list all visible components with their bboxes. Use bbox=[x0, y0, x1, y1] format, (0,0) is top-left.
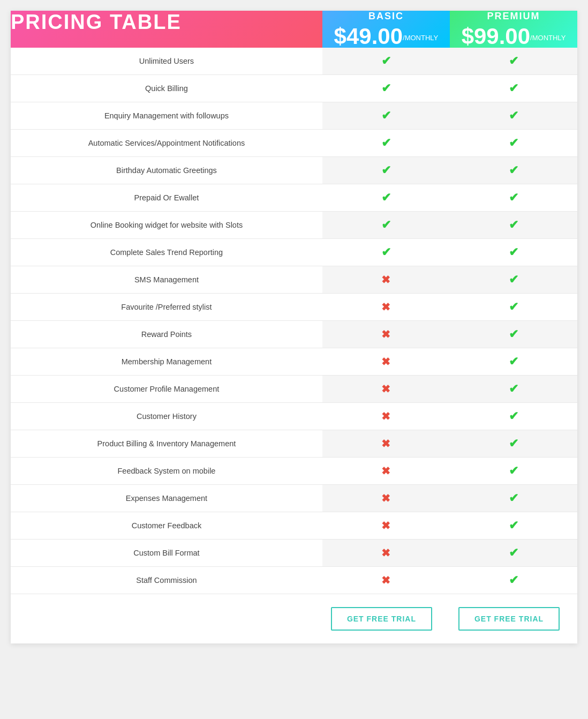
basic-price-amount: $49.00 bbox=[334, 24, 403, 49]
premium-feature-value: ✔ bbox=[450, 130, 577, 157]
feature-name: Staff Commission bbox=[11, 567, 322, 594]
cross-icon: ✖ bbox=[381, 328, 390, 340]
premium-plan-price: $99.00/MONTHLY bbox=[450, 25, 577, 48]
feature-name: Enquiry Management with followups bbox=[11, 102, 322, 130]
feature-name: Customer Profile Management bbox=[11, 376, 322, 403]
check-icon: ✔ bbox=[509, 437, 518, 450]
check-icon: ✔ bbox=[509, 409, 518, 423]
table-row: Customer Profile Management✖✔ bbox=[11, 376, 577, 403]
basic-plan-price: $49.00/MONTHLY bbox=[322, 25, 450, 48]
check-icon: ✔ bbox=[509, 573, 518, 587]
check-icon: ✔ bbox=[509, 519, 518, 532]
table-row: Reward Points✖✔ bbox=[11, 321, 577, 348]
check-icon: ✔ bbox=[509, 273, 518, 286]
check-icon: ✔ bbox=[381, 136, 391, 149]
premium-feature-value: ✔ bbox=[450, 512, 577, 540]
basic-feature-value: ✖ bbox=[322, 348, 450, 376]
premium-feature-value: ✔ bbox=[450, 266, 577, 294]
check-icon: ✔ bbox=[509, 382, 518, 395]
feature-name: Product Billing & Inventory Management bbox=[11, 430, 322, 458]
cross-icon: ✖ bbox=[381, 410, 390, 422]
check-icon: ✔ bbox=[509, 54, 518, 68]
check-icon: ✔ bbox=[509, 491, 518, 505]
table-row: Birthday Automatic Greetings✔✔ bbox=[11, 157, 577, 184]
check-icon: ✔ bbox=[509, 327, 518, 341]
premium-feature-value: ✔ bbox=[450, 212, 577, 239]
feature-name: Expenses Management bbox=[11, 485, 322, 512]
basic-free-trial-button[interactable]: GET FREE TRIAL bbox=[331, 607, 432, 631]
cross-icon: ✖ bbox=[381, 492, 390, 504]
feature-name: Complete Sales Trend Reporting bbox=[11, 239, 322, 266]
table-row: Membership Management✖✔ bbox=[11, 348, 577, 376]
basic-feature-value: ✔ bbox=[322, 130, 450, 157]
premium-feature-value: ✔ bbox=[450, 321, 577, 348]
feature-name: Favourite /Preferred stylist bbox=[11, 294, 322, 321]
premium-feature-value: ✔ bbox=[450, 184, 577, 212]
basic-cta-cell: GET FREE TRIAL bbox=[322, 594, 450, 644]
basic-feature-value: ✖ bbox=[322, 403, 450, 430]
feature-name: Quick Billing bbox=[11, 75, 322, 102]
premium-price-amount: $99.00 bbox=[462, 24, 530, 49]
basic-feature-value: ✖ bbox=[322, 266, 450, 294]
feature-name: Feedback System on mobile bbox=[11, 458, 322, 485]
pricing-table: PRICING TABLE BASIC $49.00/MONTHLY PREMI… bbox=[11, 11, 577, 643]
cross-icon: ✖ bbox=[381, 547, 390, 559]
premium-plan-name: PREMIUM bbox=[450, 11, 577, 22]
check-icon: ✔ bbox=[509, 109, 518, 122]
feature-name: Unlimited Users bbox=[11, 48, 322, 75]
feature-name: Birthday Automatic Greetings bbox=[11, 157, 322, 184]
basic-feature-value: ✔ bbox=[322, 239, 450, 266]
basic-feature-value: ✖ bbox=[322, 567, 450, 594]
feature-name: Prepaid Or Ewallet bbox=[11, 184, 322, 212]
premium-feature-value: ✔ bbox=[450, 540, 577, 567]
feature-name: Customer Feedback bbox=[11, 512, 322, 540]
premium-feature-value: ✔ bbox=[450, 294, 577, 321]
table-row: Unlimited Users✔✔ bbox=[11, 48, 577, 75]
table-row: Complete Sales Trend Reporting✔✔ bbox=[11, 239, 577, 266]
check-icon: ✔ bbox=[509, 136, 518, 149]
feature-name: Reward Points bbox=[11, 321, 322, 348]
basic-feature-value: ✔ bbox=[322, 48, 450, 75]
table-row: Custom Bill Format✖✔ bbox=[11, 540, 577, 567]
check-icon: ✔ bbox=[509, 546, 518, 559]
premium-feature-value: ✔ bbox=[450, 485, 577, 512]
check-icon: ✔ bbox=[509, 300, 518, 313]
check-icon: ✔ bbox=[509, 81, 518, 95]
table-row: Customer History✖✔ bbox=[11, 403, 577, 430]
table-row: Customer Feedback✖✔ bbox=[11, 512, 577, 540]
premium-feature-value: ✔ bbox=[450, 75, 577, 102]
check-icon: ✔ bbox=[381, 54, 391, 68]
basic-feature-value: ✖ bbox=[322, 540, 450, 567]
table-row: Automatic Services/Appointment Notificat… bbox=[11, 130, 577, 157]
basic-feature-value: ✔ bbox=[322, 184, 450, 212]
cross-icon: ✖ bbox=[381, 574, 390, 586]
basic-feature-value: ✔ bbox=[322, 212, 450, 239]
check-icon: ✔ bbox=[509, 191, 518, 204]
check-icon: ✔ bbox=[381, 191, 391, 204]
premium-feature-value: ✔ bbox=[450, 102, 577, 130]
table-header-title: PRICING TABLE bbox=[11, 11, 322, 48]
premium-feature-value: ✔ bbox=[450, 239, 577, 266]
cross-icon: ✖ bbox=[381, 465, 390, 477]
check-icon: ✔ bbox=[509, 355, 518, 368]
basic-feature-value: ✖ bbox=[322, 430, 450, 458]
basic-feature-value: ✔ bbox=[322, 75, 450, 102]
premium-plan-header: PREMIUM $99.00/MONTHLY bbox=[450, 11, 577, 48]
table-row: Enquiry Management with followups✔✔ bbox=[11, 102, 577, 130]
check-icon: ✔ bbox=[381, 245, 391, 259]
cross-icon: ✖ bbox=[381, 383, 390, 395]
premium-feature-value: ✔ bbox=[450, 48, 577, 75]
premium-cta-cell: GET FREE TRIAL bbox=[450, 594, 577, 644]
basic-feature-value: ✖ bbox=[322, 512, 450, 540]
basic-feature-value: ✔ bbox=[322, 157, 450, 184]
premium-free-trial-button[interactable]: GET FREE TRIAL bbox=[458, 607, 560, 631]
check-icon: ✔ bbox=[509, 163, 518, 177]
check-icon: ✔ bbox=[381, 163, 391, 177]
table-row: Staff Commission✖✔ bbox=[11, 567, 577, 594]
check-icon: ✔ bbox=[381, 218, 391, 231]
basic-plan-name: BASIC bbox=[322, 11, 450, 22]
cross-icon: ✖ bbox=[381, 274, 390, 286]
table-row: Favourite /Preferred stylist✖✔ bbox=[11, 294, 577, 321]
basic-feature-value: ✖ bbox=[322, 485, 450, 512]
check-icon: ✔ bbox=[509, 245, 518, 259]
